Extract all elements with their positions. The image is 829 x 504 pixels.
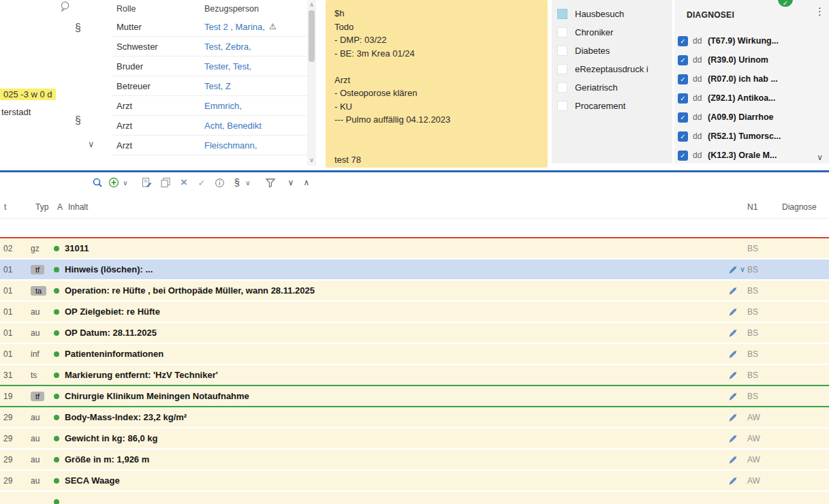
chevron-down-icon[interactable]: ∨ — [88, 139, 95, 149]
diagnosis-item[interactable]: ✓ dd (T67.9) Wirkung... — [674, 31, 829, 50]
pencil-slash-icon[interactable] — [728, 286, 738, 296]
relation-person-link[interactable]: Tester, Test, — [204, 61, 251, 72]
column-header-inhalt[interactable]: Inhalt — [68, 202, 88, 212]
confirm-icon[interactable]: ✓ — [196, 175, 207, 190]
timeline-row[interactable]: 01 au OP Datum: 28.11.2025 BS — [0, 323, 829, 344]
diagnosis-checkbox[interactable]: ✓ — [678, 36, 688, 46]
scroll-down-icon[interactable]: ∨ — [817, 153, 823, 162]
relation-row[interactable]: Arzt Acht, Benedikt — [111, 116, 307, 136]
timeline-row[interactable]: 19 tf Chirurgie Klinikum Meiningen Notau… — [0, 386, 829, 407]
marker-checkbox[interactable] — [557, 46, 567, 56]
pencil-slash-icon[interactable] — [728, 349, 738, 359]
pencil-slash-icon[interactable] — [728, 434, 738, 443]
relation-person-link[interactable]: Test 2 , Marina, — [204, 22, 265, 32]
delete-entry-icon[interactable]: × — [178, 175, 189, 190]
diagnosis-item[interactable]: ✓ dd (A09.9) Diarrhoe — [674, 108, 829, 127]
diagnosis-item[interactable]: ✓ dd (K12.3) Orale M... — [674, 146, 829, 163]
pencil-slash-icon[interactable] — [728, 413, 738, 422]
navigate-down-icon[interactable]: ∨ — [286, 175, 296, 190]
marker-checkbox[interactable] — [557, 64, 567, 74]
timeline-row[interactable]: 01 au OP Zielgebiet: re Hüfte BS — [0, 302, 829, 323]
column-header-a[interactable]: A — [57, 202, 63, 212]
add-entry-button[interactable] — [108, 175, 120, 190]
timeline-row[interactable]: 02 gz 31011 BS — [0, 238, 829, 259]
diagnosis-checkbox[interactable]: ✓ — [678, 74, 688, 84]
relation-person-link[interactable]: Test, Z — [204, 81, 231, 91]
marker-checkbox[interactable] — [557, 9, 567, 19]
column-header-n1[interactable]: N1 — [747, 202, 757, 212]
marker-item[interactable]: eRezeptausdruck i — [552, 60, 672, 78]
marker-item[interactable]: Geriatrisch — [552, 78, 672, 97]
diagnosis-item[interactable]: ✓ dd (R07.0) ich hab ... — [674, 69, 829, 89]
relation-person-link[interactable]: Acht, Benedikt — [204, 121, 262, 131]
marker-checkbox[interactable] — [557, 82, 567, 93]
pencil-slash-icon[interactable] — [728, 476, 738, 486]
relation-row[interactable]: Mutter Test 2 , Marina, ⚠ — [111, 17, 307, 37]
add-entry-dropdown-icon[interactable]: ∨ — [121, 175, 129, 190]
column-header-typ[interactable]: Typ — [35, 202, 48, 212]
diagnosis-text: (K12.3) Orale M... — [708, 151, 777, 160]
relation-person-link[interactable]: Test, Zebra, — [204, 42, 251, 52]
timeline-row[interactable]: 29 au SECA Waage AW — [0, 471, 829, 492]
relation-row[interactable]: Bruder Tester, Test, — [111, 57, 307, 76]
section-sign-icon[interactable]: § — [232, 175, 242, 190]
row-content: Patienteninformationen — [65, 349, 728, 359]
kebab-menu-icon[interactable]: ⋮ — [815, 5, 825, 18]
relation-row[interactable]: Arzt Emmrich, — [111, 96, 307, 116]
diagnosis-checkbox[interactable]: ✓ — [678, 112, 688, 123]
column-header-diagnose[interactable]: Diagnose — [782, 202, 817, 212]
relations-scrollbar[interactable]: ∧ ∨ — [307, 0, 316, 166]
timeline-row-selected[interactable]: 01 tf Hinweis (löschen): ... ∨ BS — [0, 259, 829, 281]
status-green-icon[interactable]: ✓ — [778, 0, 793, 7]
timeline-row[interactable]: 01 inf Patienteninformationen BS — [0, 344, 829, 365]
search-bubble-icon[interactable] — [59, 1, 72, 12]
relation-row[interactable]: Schwester Test, Zebra, — [111, 37, 307, 57]
info-icon[interactable] — [214, 175, 225, 190]
diagnosis-checkbox[interactable]: ✓ — [678, 151, 688, 161]
marker-checkbox[interactable] — [557, 27, 567, 37]
timeline-row[interactable]: 29 au Body-Mass-Index: 23,2 kg/m² AW — [0, 407, 829, 428]
scroll-up-icon[interactable]: ∧ — [307, 1, 316, 8]
pencil-slash-icon[interactable] — [728, 265, 738, 274]
diagnosis-checkbox[interactable]: ✓ — [678, 93, 688, 104]
timeline-row[interactable]: 31 ts Markierung entfernt: 'HzV Technike… — [0, 365, 829, 386]
edit-entry-icon[interactable] — [140, 175, 153, 190]
row-dropdown-icon[interactable]: ∨ — [740, 265, 745, 274]
section-sign-icon[interactable]: § — [75, 22, 81, 34]
timeline-row[interactable]: 29 au Gewicht in kg: 86,0 kg AW — [0, 428, 829, 450]
search-icon[interactable] — [91, 175, 104, 190]
diagnosis-item[interactable]: ✓ dd (Z92.1) Antikoa... — [674, 89, 829, 108]
pencil-slash-icon[interactable] — [728, 307, 738, 317]
marker-item[interactable]: Procarement — [552, 97, 672, 115]
timeline-row[interactable]: 01 ta Operation: re Hüfte , bei Orthopäd… — [0, 281, 829, 302]
timeline-row-partial[interactable] — [0, 492, 829, 504]
patient-notes-panel[interactable]: $h Todo - DMP: 03/22 - BE: 3m Krea 01/24… — [326, 0, 548, 168]
relation-row[interactable]: Betreuer Test, Z — [111, 76, 307, 96]
scroll-down-icon[interactable]: ∨ — [307, 157, 316, 163]
row-n1: BS — [747, 328, 781, 338]
marker-item[interactable]: Hausbesuch — [552, 5, 672, 23]
diagnosis-checkbox[interactable]: ✓ — [678, 55, 688, 65]
marker-checkbox[interactable] — [557, 101, 567, 111]
section-dropdown-icon[interactable]: ∨ — [244, 175, 252, 190]
marker-item[interactable]: Chroniker — [552, 23, 672, 42]
scrollbar-thumb[interactable] — [309, 10, 315, 62]
diagnosis-item[interactable]: ✓ dd (R39.0) Urinom — [674, 50, 829, 69]
navigate-up-icon[interactable]: ∧ — [302, 175, 311, 190]
diagnosis-item[interactable]: ✓ dd (R52.1) Tumorsc... — [674, 127, 829, 146]
relation-row[interactable]: Arzt Fleischmann, — [111, 136, 307, 155]
row-date: 01 — [0, 265, 31, 274]
copy-entry-icon[interactable] — [159, 175, 172, 190]
section-sign-icon[interactable]: § — [75, 114, 81, 127]
marker-item[interactable]: Diabetes — [552, 42, 672, 60]
diagnosis-checkbox[interactable]: ✓ — [678, 131, 688, 142]
relation-person-link[interactable]: Emmrich, — [204, 101, 242, 111]
pencil-slash-icon[interactable] — [728, 371, 738, 380]
column-header-date[interactable]: t — [4, 202, 6, 212]
pencil-slash-icon[interactable] — [728, 455, 738, 464]
relation-person-link[interactable]: Fleischmann, — [204, 140, 257, 151]
filter-icon[interactable] — [264, 175, 277, 190]
timeline-row[interactable]: 29 au Größe in m: 1,926 m AW — [0, 450, 829, 471]
pencil-slash-icon[interactable] — [728, 392, 738, 401]
pencil-slash-icon[interactable] — [728, 328, 738, 338]
